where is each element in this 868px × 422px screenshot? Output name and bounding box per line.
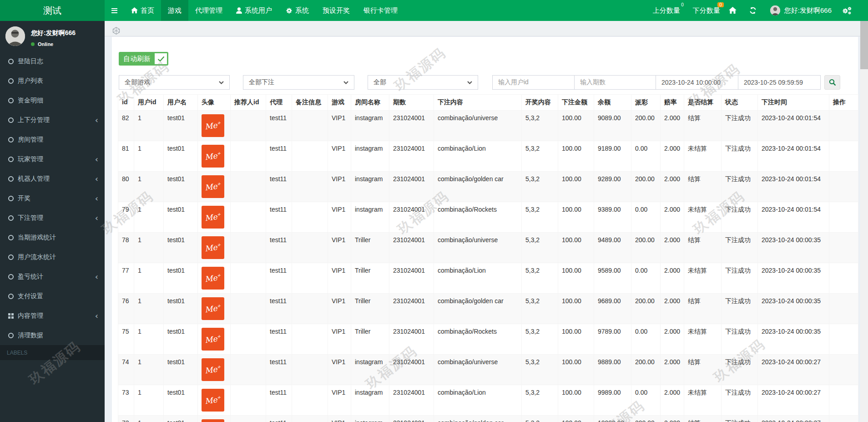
sidebar-item-8[interactable]: 开奖‹ [0, 188, 105, 208]
chevron-left-icon: ‹ [95, 117, 98, 123]
greeting-text[interactable]: 您好:发财啊666 [784, 6, 832, 15]
content-area: 自动刷新 全部游戏全部下注全部输入用户id输入期数2023-10-24 10:0… [105, 21, 860, 422]
cell-room: instagram [351, 355, 389, 385]
cell-action [829, 202, 858, 233]
period-input[interactable]: 输入期数 [574, 75, 656, 90]
cell-balance: 9889.00 [594, 355, 631, 385]
cell-referrer [231, 172, 266, 202]
tab-cube-icon[interactable] [112, 27, 120, 35]
cell-odds: 2.000 [661, 263, 684, 294]
sidebar-item-11[interactable]: 用户流水统计 [0, 247, 105, 267]
chevron-left-icon: ‹ [95, 157, 98, 162]
nav-item-5[interactable]: 系统 [279, 0, 316, 21]
filter-select-2[interactable]: 全部下注 [243, 75, 354, 90]
cell-note [292, 233, 328, 263]
nav-item-7[interactable]: 银行卡管理 [357, 0, 404, 21]
sidebar-toggle-button[interactable] [105, 0, 124, 21]
table-row: 741test01Me+test11VIP1instagram231024001… [118, 355, 858, 385]
cell-id: 81 [118, 141, 134, 172]
cell-action [829, 172, 858, 202]
col-header-2: 用户id [134, 95, 164, 111]
nav-item-4[interactable]: 系统用户 [229, 0, 279, 21]
auto-refresh-checkbox[interactable] [155, 53, 167, 64]
cell-bet: combinação/universe [434, 111, 522, 141]
sidebar-item-10[interactable]: 当期游戏统计 [0, 228, 105, 247]
sidebar-item-9[interactable]: 下注管理‹ [0, 208, 105, 228]
cell-draw: 5,3,2 [522, 233, 558, 263]
cell-status: 下注成功 [722, 141, 758, 172]
cell-period: 231024001 [389, 385, 434, 416]
cell-balance: 10089.00 [594, 416, 631, 422]
col-header-15: 派彩 [631, 95, 661, 111]
main-panel: 自动刷新 全部游戏全部下注全部输入用户id输入期数2023-10-24 10:0… [112, 37, 858, 422]
nav-item-3[interactable]: 代理管理 [188, 0, 229, 21]
cell-status: 下注成功 [722, 172, 758, 202]
sidebar-item-15[interactable]: 清理数据 [0, 325, 105, 345]
sidebar-item-5[interactable]: 房间管理 [0, 130, 105, 149]
sidebar-item-12[interactable]: 盈亏统计‹ [0, 267, 105, 286]
circle-icon [8, 333, 14, 338]
cell-note [292, 416, 328, 422]
nav-item-2[interactable]: 游戏 [161, 0, 188, 21]
cell-bet: combinação/universe [434, 233, 522, 263]
search-button[interactable] [824, 75, 840, 90]
circle-icon [8, 78, 14, 84]
cell-avatar: Me+ [198, 385, 231, 416]
refresh-icon[interactable] [749, 7, 757, 14]
sidebar-item-1[interactable]: 登陆日志 [0, 51, 105, 71]
scrollbar-thumb[interactable] [860, 21, 868, 69]
score-down-menu[interactable]: 下分数量0 [693, 6, 720, 15]
circle-icon [8, 117, 14, 123]
sidebar-item-4[interactable]: 上下分管理‹ [0, 110, 105, 130]
circle-icon [8, 137, 14, 142]
cell-note [292, 263, 328, 294]
cell-referrer [231, 324, 266, 355]
cell-time: 2023-10-24 00:00:27 [758, 416, 829, 422]
cell-user_id: 1 [134, 385, 164, 416]
vertical-scrollbar[interactable] [860, 21, 868, 422]
date-end-input[interactable]: 2023-10-25 09:59:59 [738, 75, 821, 90]
cell-balance: 9289.00 [594, 172, 631, 202]
sidebar-item-14[interactable]: 内容管理‹ [0, 306, 105, 325]
sidebar-item-6[interactable]: 玩家管理‹ [0, 149, 105, 169]
cell-action [829, 263, 858, 294]
nav-item-6[interactable]: 预设开奖 [316, 0, 357, 21]
cell-note [292, 111, 328, 141]
sidebar-user-panel: 您好:发财啊666 Online [5, 26, 76, 47]
filter-select-1[interactable]: 全部游戏 [119, 75, 230, 90]
cell-balance: 9189.00 [594, 141, 631, 172]
cell-balance: 9389.00 [594, 202, 631, 233]
cell-username: test01 [164, 294, 198, 324]
cell-game: VIP1 [328, 324, 351, 355]
cell-period: 231024001 [389, 233, 434, 263]
filter-select-3[interactable]: 全部 [368, 75, 478, 90]
cell-note [292, 385, 328, 416]
cell-action [829, 324, 858, 355]
sidebar-item-3[interactable]: 资金明细 [0, 91, 105, 110]
app-logo[interactable]: 测试 [0, 0, 105, 21]
cell-room: Triller [351, 294, 389, 324]
sidebar-item-13[interactable]: 支付设置 [0, 286, 105, 306]
table-row: 781test01Me+test11VIP1Triller231024001co… [118, 233, 858, 263]
sidebar-user-status[interactable]: Online [31, 41, 76, 47]
home-icon[interactable] [729, 7, 737, 14]
settings-gears-icon[interactable] [842, 6, 852, 15]
cell-bet: combinação/golden car [434, 416, 522, 422]
col-header-16: 赔率 [661, 95, 684, 111]
user-avatar[interactable] [770, 5, 780, 15]
cell-status: 下注成功 [722, 294, 758, 324]
user-id-input[interactable]: 输入用户id [492, 75, 575, 90]
auto-refresh-button[interactable]: 自动刷新 [119, 52, 168, 66]
sidebar-item-2[interactable]: 用户列表 [0, 71, 105, 91]
sidebar: 您好:发财啊666 Online 登陆日志用户列表资金明细上下分管理‹房间管理玩… [0, 21, 105, 422]
cell-status: 下注成功 [722, 111, 758, 141]
cell-username: test01 [164, 233, 198, 263]
score-up-menu[interactable]: 上分数量0 [653, 6, 680, 15]
cell-action [829, 111, 858, 141]
sidebar-item-7[interactable]: 机器人管理‹ [0, 169, 105, 188]
nav-item-1[interactable]: 首页 [124, 0, 161, 21]
cell-username: test01 [164, 355, 198, 385]
cell-room: Triller [351, 233, 389, 263]
cell-time: 2023-10-24 00:00:35 [758, 233, 829, 263]
date-start-input[interactable]: 2023-10-24 10:00:00 [656, 75, 738, 90]
